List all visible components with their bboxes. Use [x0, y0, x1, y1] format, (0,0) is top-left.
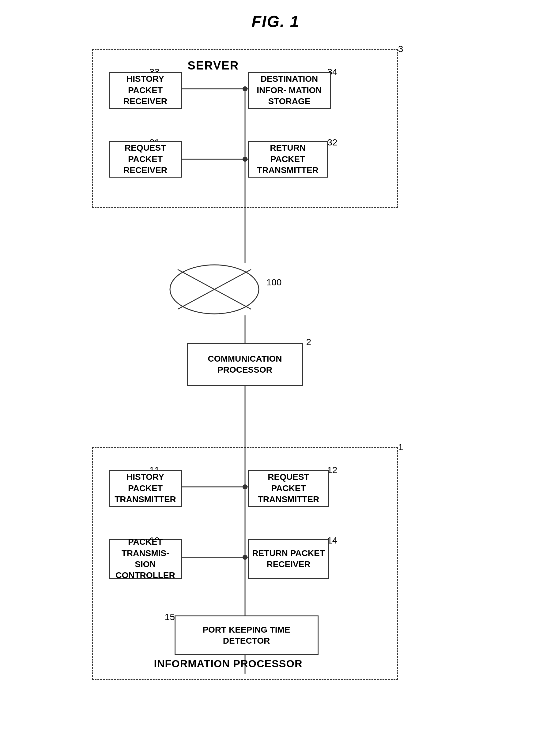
request-packet-transmitter-box: REQUEST PACKET TRANSMITTER	[248, 470, 329, 507]
request-packet-receiver-box: REQUEST PACKET RECEIVER	[109, 141, 182, 178]
comm-processor-box: COMMUNICATION PROCESSOR	[187, 343, 303, 386]
history-packet-transmitter-box: HISTORY PACKET TRANSMITTER	[109, 470, 182, 507]
history-packet-receiver-box: HISTORY PACKET RECEIVER	[109, 72, 182, 109]
diagram: SERVER 3 33 34 31 32 HISTORY PACKET RECE…	[61, 49, 490, 723]
info-processor-label: INFORMATION PROCESSOR	[154, 658, 303, 670]
network-ellipse	[168, 263, 260, 315]
comm-processor-ref: 2	[306, 337, 312, 347]
packet-tx-controller-box: PACKET TRANSMIS- SION CONTROLLER	[109, 539, 182, 579]
port-keeping-time-detector-ref: 15	[165, 612, 175, 622]
port-keeping-time-detector-box: PORT KEEPING TIME DETECTOR	[174, 616, 319, 655]
return-packet-receiver-box: RETURN PACKET RECEIVER	[248, 539, 329, 579]
return-packet-transmitter-server-ref: 32	[327, 137, 337, 148]
info-processor-ref: 1	[398, 442, 403, 452]
server-label: SERVER	[188, 59, 239, 72]
server-ref: 3	[398, 44, 403, 54]
network-ref: 100	[266, 277, 282, 287]
page-title: FIG. 1	[0, 0, 551, 31]
dest-info-storage-box: DESTINATION INFOR- MATION STORAGE	[248, 72, 331, 109]
return-packet-transmitter-server-box: RETURN PACKET TRANSMITTER	[248, 141, 328, 178]
